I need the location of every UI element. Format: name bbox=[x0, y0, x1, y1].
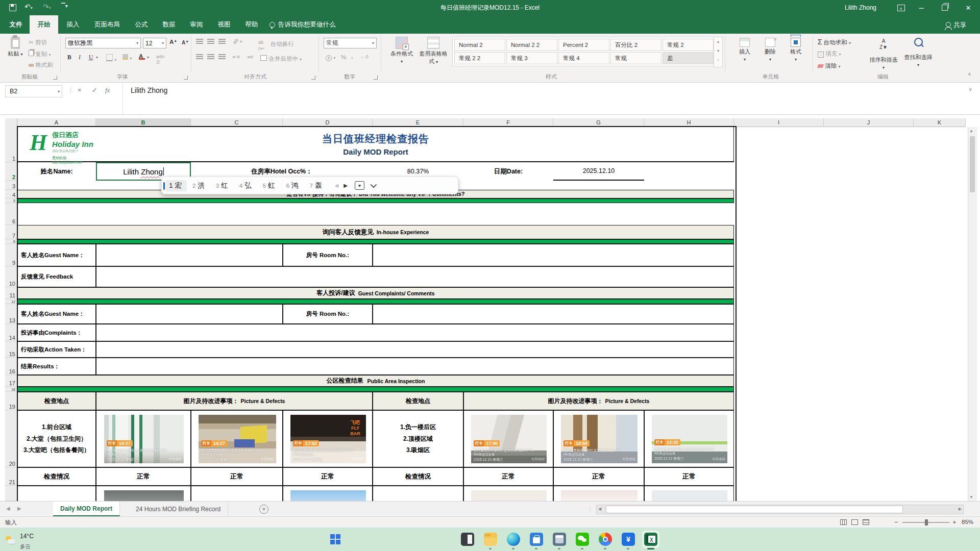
row-1[interactable]: 1 bbox=[5, 127, 17, 162]
row-2[interactable]: 2 bbox=[5, 162, 17, 181]
restore-button[interactable] bbox=[933, 0, 957, 15]
row-17[interactable]: 17 bbox=[5, 375, 17, 387]
undo-button[interactable]: ↶▾ bbox=[24, 3, 33, 11]
underline-dropdown[interactable]: ▾ bbox=[96, 55, 98, 60]
sheet-nav-prev[interactable]: ◀ bbox=[6, 506, 10, 511]
redo-button[interactable]: ↷▾ bbox=[43, 3, 51, 11]
photo-partial-2[interactable] bbox=[290, 490, 366, 502]
increase-indent-button[interactable]: ⇥≡ bbox=[246, 54, 253, 60]
col-E[interactable]: E bbox=[373, 118, 463, 127]
room-input-cell-1[interactable] bbox=[373, 244, 734, 266]
col-C[interactable]: C bbox=[191, 118, 283, 127]
italic-button[interactable]: I bbox=[79, 54, 81, 60]
col-K[interactable]: K bbox=[914, 118, 966, 127]
row-22[interactable] bbox=[5, 486, 17, 501]
app-file-explorer-icon[interactable] bbox=[484, 533, 497, 546]
zoom-in-button[interactable]: + bbox=[952, 518, 957, 526]
decrease-indent-button[interactable]: ⇤≡ bbox=[233, 54, 240, 60]
share-button[interactable]: 共享 bbox=[938, 15, 974, 34]
app-calculator-icon[interactable] bbox=[553, 533, 566, 546]
zoom-slider-track[interactable] bbox=[902, 522, 949, 523]
new-sheet-button[interactable]: + bbox=[259, 505, 268, 514]
style-baifenbi2[interactable]: 百分比 2 bbox=[610, 39, 662, 51]
complaints-input-cell[interactable] bbox=[96, 324, 734, 341]
feedback-label-cell[interactable]: 反馈意见 Feedback bbox=[17, 266, 96, 287]
green-band-1[interactable] bbox=[17, 198, 734, 203]
tell-me-box[interactable]: 告诉我你想要做什么 bbox=[270, 15, 372, 34]
grow-font-button[interactable]: A▲ bbox=[169, 39, 177, 45]
pictures-header-right[interactable]: 图片及待改进事项：Picture & Defects bbox=[463, 392, 734, 410]
date-label-cell[interactable]: 日期Date: bbox=[463, 162, 553, 181]
photo-cell-2[interactable]: 打卡14:27 贵州省贵阳市南明区龙洞堡机场路AC PA RK商业综合体 202… bbox=[191, 410, 283, 467]
room-label-cell-2[interactable]: 房号 Room No.: bbox=[283, 304, 373, 324]
date-value-cell[interactable]: 2025.12.10 bbox=[553, 162, 644, 181]
ime-next-page-button[interactable]: ▶ bbox=[344, 183, 348, 188]
status-label-right[interactable]: 检查情况 bbox=[373, 467, 463, 486]
row22-cell-d[interactable] bbox=[283, 486, 373, 501]
formula-bar-content[interactable]: Lilith Zhong bbox=[131, 86, 167, 94]
complaints-header-cell[interactable]: 客人投诉/建议Guest Complaints/ Comments bbox=[17, 287, 734, 299]
public-header-cell[interactable]: 公区检查结果Public Area Inspection bbox=[17, 375, 734, 387]
vertical-scrollbar[interactable]: ▲ ▼ bbox=[968, 127, 977, 501]
alignment-dialog-launcher[interactable] bbox=[311, 76, 315, 80]
ime-candidate-1[interactable]: 1宏 bbox=[166, 180, 187, 191]
confirm-entry-button[interactable]: ✓ bbox=[92, 86, 97, 94]
tab-home[interactable]: 开始 bbox=[30, 15, 58, 34]
col-B[interactable]: B bbox=[96, 118, 191, 127]
cancel-entry-button[interactable]: × bbox=[78, 86, 82, 94]
inhouse-header-cell[interactable]: 询问客人反馈意见In-house Experience bbox=[17, 225, 734, 239]
fill-button[interactable]: ↓ 填充 ▾ bbox=[818, 50, 841, 58]
results-input-cell[interactable] bbox=[96, 358, 734, 375]
clear-button[interactable]: 清除 ▾ bbox=[818, 62, 840, 70]
photo-lobby[interactable]: 打卡14:27 贵州省贵阳市南明区龙洞堡机场路AC PA RK商业综合体 202… bbox=[104, 415, 184, 463]
delete-cells-button[interactable]: × 删除▾ bbox=[758, 38, 782, 62]
col-J[interactable]: J bbox=[824, 118, 914, 127]
ime-candidate-5[interactable]: 5虹 bbox=[263, 181, 275, 190]
guest-name-input-cell-2[interactable] bbox=[96, 304, 283, 324]
row-14[interactable]: 14 bbox=[5, 324, 17, 341]
guest-name-label-cell-1[interactable]: 客人姓名Guest Name： bbox=[17, 244, 96, 266]
ime-candidate-3[interactable]: 3红 bbox=[216, 181, 228, 190]
row22-cell-f[interactable] bbox=[463, 486, 553, 501]
tab-view[interactable]: 视图 bbox=[210, 15, 238, 34]
app-edge-icon[interactable] bbox=[507, 533, 520, 546]
row-18[interactable]: 18 bbox=[5, 387, 17, 392]
status-4[interactable]: 正常 bbox=[463, 467, 553, 486]
style-changgui22[interactable]: 常规 2 2 bbox=[454, 52, 505, 64]
status-3[interactable]: 正常 bbox=[283, 467, 373, 486]
row-6[interactable]: 6 bbox=[5, 203, 17, 225]
action-input-cell[interactable] bbox=[96, 341, 734, 358]
clipboard-dialog-launcher[interactable] bbox=[53, 76, 57, 80]
phonetic-button[interactable]: wén文 bbox=[156, 54, 165, 65]
normal-view-button[interactable] bbox=[840, 519, 847, 525]
insert-function-button[interactable]: fx bbox=[105, 86, 110, 94]
style-normal22[interactable]: Normal 2 2 bbox=[506, 39, 557, 51]
action-label-cell[interactable]: 行动采取Action Taken： bbox=[17, 341, 96, 358]
scroll-up-arrow[interactable]: ▲ bbox=[969, 129, 973, 133]
row-13[interactable]: 13 bbox=[5, 304, 17, 324]
left-locations-cell[interactable]: 1.前台区域 2.大堂（包括卫生间） 3.大堂吧（包括备餐间） bbox=[17, 410, 96, 467]
font-color-button[interactable]: A bbox=[139, 53, 145, 60]
align-center-button[interactable] bbox=[207, 53, 214, 60]
tab-file[interactable]: 文件 bbox=[3, 15, 29, 34]
status-6[interactable]: 正常 bbox=[644, 467, 734, 486]
zoom-out-button[interactable]: − bbox=[894, 518, 898, 526]
align-top-button[interactable] bbox=[196, 38, 203, 45]
close-button[interactable]: ✕ bbox=[957, 0, 980, 15]
status-1[interactable]: 正常 bbox=[96, 467, 191, 486]
namebox-splitter[interactable]: ⋮ bbox=[67, 86, 74, 94]
style-percent2[interactable]: Percent 2 bbox=[558, 39, 609, 51]
format-cells-button[interactable]: 格式▾ bbox=[784, 38, 807, 62]
green-band-3[interactable] bbox=[17, 299, 734, 304]
photo-partial-4[interactable] bbox=[561, 490, 638, 502]
styles-gallery-scroll[interactable]: ▲▼▿ bbox=[714, 37, 723, 67]
row22-cell-h[interactable] bbox=[644, 486, 734, 501]
app-stocks-icon[interactable]: ¥ bbox=[622, 533, 635, 546]
tabbar-splitter[interactable]: ⋮ bbox=[587, 505, 593, 512]
style-changgui[interactable]: 常规 bbox=[610, 52, 662, 64]
row-16[interactable]: 16 bbox=[5, 358, 17, 375]
row-8[interactable]: 8 bbox=[5, 239, 17, 244]
row22-cell-e[interactable] bbox=[373, 486, 463, 501]
cut-button[interactable]: ✂ 剪切 bbox=[29, 39, 47, 46]
select-all-corner[interactable] bbox=[5, 118, 17, 127]
